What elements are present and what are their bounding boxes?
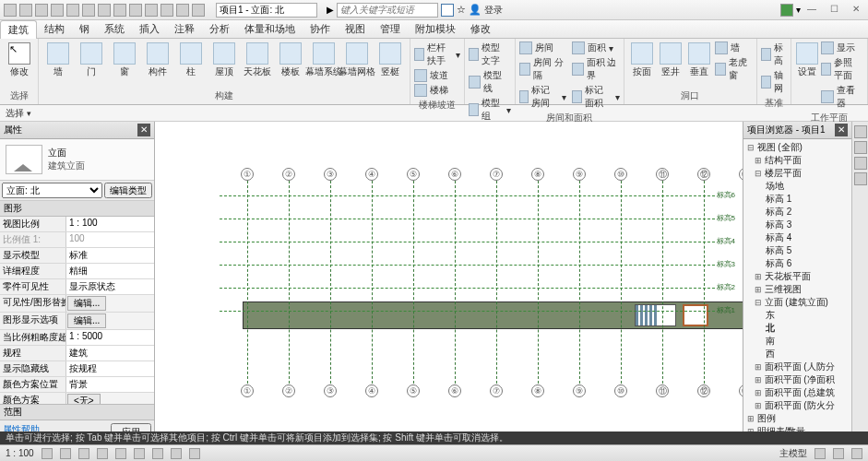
shadows-icon[interactable]: [97, 448, 108, 459]
tree-node[interactable]: 标高 1: [745, 193, 850, 206]
nav-pan-icon[interactable]: [854, 172, 867, 185]
prop-row[interactable]: 视图比例1 : 100: [0, 217, 154, 232]
reveal-icon[interactable]: [189, 448, 200, 459]
filter-icon[interactable]: [814, 448, 826, 459]
tag-room-button[interactable]: 标记 房间 ▾: [519, 83, 566, 111]
area-button[interactable]: 面积 ▾: [572, 41, 619, 55]
tree-node[interactable]: 天花板平面: [745, 270, 850, 283]
select-dropdown[interactable]: 选择: [6, 107, 31, 120]
prop-row[interactable]: 颜色方案<无>: [0, 393, 154, 404]
build-屋顶[interactable]: 屋顶: [208, 41, 240, 78]
tree-node[interactable]: 视图 (全部): [745, 141, 850, 154]
tree-node[interactable]: 面积平面 (净面积: [745, 373, 850, 386]
prop-row[interactable]: 显示模型标准: [0, 248, 154, 264]
edit-type-button[interactable]: 编辑类型: [104, 183, 152, 198]
undo-icon[interactable]: [51, 4, 64, 17]
prop-row[interactable]: 颜色方案位置背景: [0, 377, 154, 393]
build-竖梃[interactable]: 竖梃: [375, 41, 406, 78]
save-icon[interactable]: [35, 4, 48, 17]
tree-node[interactable]: 标高 4: [745, 231, 850, 244]
minimize-button[interactable]: —: [803, 4, 820, 17]
tab-协作[interactable]: 协作: [303, 20, 338, 38]
prop-row[interactable]: 规程建筑: [0, 346, 154, 361]
build-幕墙网格[interactable]: 幕墙网格: [341, 41, 373, 78]
text-icon[interactable]: [129, 4, 142, 17]
tree-node[interactable]: 三维视图: [745, 283, 850, 296]
detail-level-icon[interactable]: [42, 448, 53, 459]
tag-area-button[interactable]: 标记 面积 ▾: [572, 83, 619, 111]
login-link[interactable]: 登录: [484, 4, 503, 17]
build-门[interactable]: 门: [76, 41, 107, 78]
prop-row[interactable]: 零件可见性显示原状态: [0, 279, 154, 295]
document-title-input[interactable]: [216, 3, 317, 18]
exchange-icon[interactable]: [780, 4, 793, 17]
search-input[interactable]: [337, 3, 438, 18]
tree-node[interactable]: 面积平面 (人防分: [745, 361, 850, 373]
railing-button[interactable]: 栏杆扶手 ▾: [414, 41, 460, 68]
tab-附加模块[interactable]: 附加模块: [408, 20, 463, 38]
view3d-icon[interactable]: [145, 4, 158, 17]
tree-node[interactable]: 南: [745, 335, 850, 348]
crop-icon[interactable]: [115, 448, 126, 459]
tree-node[interactable]: 标高 3: [745, 219, 850, 231]
build-幕墙系统[interactable]: 幕墙系统: [308, 41, 339, 78]
show-wp-button[interactable]: 显示: [821, 41, 863, 55]
dim-icon[interactable]: [113, 4, 126, 17]
ref-plane-button[interactable]: 参照 平面: [821, 55, 863, 83]
tab-建筑[interactable]: 建筑: [0, 20, 37, 39]
by-face-button[interactable]: 按面: [628, 41, 655, 78]
tab-系统[interactable]: 系统: [97, 20, 132, 38]
print-icon[interactable]: [82, 4, 95, 17]
tab-管理[interactable]: 管理: [373, 20, 408, 38]
build-墙[interactable]: 墙: [42, 41, 74, 78]
model-text-button[interactable]: 模型 文字: [469, 41, 511, 68]
tree-node[interactable]: 东: [745, 309, 850, 322]
redo-icon[interactable]: [66, 4, 79, 17]
build-楼板[interactable]: 楼板: [275, 41, 306, 78]
dormer-button[interactable]: 老虎窗: [715, 55, 753, 83]
set-workplane-button[interactable]: 设置: [795, 41, 819, 78]
tree-node[interactable]: 图例: [745, 412, 850, 425]
properties-close-icon[interactable]: ✕: [137, 124, 150, 136]
maximize-button[interactable]: ☐: [826, 4, 842, 17]
section-icon[interactable]: [161, 4, 173, 17]
room-sep-button[interactable]: 房间 分隔: [519, 55, 566, 83]
ramp-button[interactable]: 坡道: [414, 68, 460, 83]
tab-注释[interactable]: 注释: [167, 20, 202, 38]
modify-button[interactable]: ↖修改: [4, 41, 34, 78]
tree-node[interactable]: 标高 5: [745, 244, 850, 257]
tree-node[interactable]: 面积平面 (总建筑: [745, 386, 850, 399]
prop-row[interactable]: 比例值 1:100: [0, 232, 154, 248]
prop-row[interactable]: 显示隐藏线按规程: [0, 361, 154, 377]
tree-node[interactable]: 结构平面: [745, 154, 850, 167]
tab-分析[interactable]: 分析: [202, 20, 237, 38]
tree-node[interactable]: 北: [745, 322, 850, 335]
open-icon[interactable]: [19, 4, 32, 17]
shaft-button[interactable]: 竖井: [657, 41, 684, 78]
vertical-button[interactable]: 垂直: [686, 41, 713, 78]
close-button[interactable]: ✕: [848, 4, 864, 17]
tab-体量和场地[interactable]: 体量和场地: [237, 20, 303, 38]
tab-插入[interactable]: 插入: [132, 20, 167, 38]
stair-button[interactable]: 楼梯: [414, 83, 460, 98]
tree-node[interactable]: 标高 6: [745, 257, 850, 270]
tab-修改[interactable]: 修改: [463, 20, 498, 38]
room-button[interactable]: 房间: [519, 41, 566, 55]
app-menu-icon[interactable]: [4, 4, 17, 17]
sun-path-icon[interactable]: [78, 448, 89, 459]
tab-结构[interactable]: 结构: [37, 20, 72, 38]
tree-node[interactable]: 西: [745, 348, 850, 361]
select-pinned-icon[interactable]: [851, 448, 862, 459]
temp-hide-icon[interactable]: [171, 448, 182, 459]
drawing-canvas[interactable]: ①①②②③③④④⑤⑤⑥⑥⑦⑦⑧⑧⑨⑨⑩⑩⑪⑪⑫⑫⑬⑬标高6标高5标高4标高3标高…: [155, 122, 743, 444]
tree-node[interactable]: 面积平面 (防火分: [745, 399, 850, 412]
prop-row[interactable]: 详细程度精细: [0, 264, 154, 279]
measure-icon[interactable]: [98, 4, 111, 17]
viewer-button[interactable]: 查看器: [821, 83, 863, 111]
build-构件[interactable]: 构件: [142, 41, 173, 78]
prop-row[interactable]: 当比例粗略度超...1 : 5000: [0, 330, 154, 346]
type-selector[interactable]: 立面 建筑立面: [0, 139, 154, 181]
build-天花板[interactable]: 天花板: [242, 41, 273, 78]
model-line-button[interactable]: 模型 线: [469, 68, 511, 96]
thin-lines-icon[interactable]: [176, 4, 189, 17]
